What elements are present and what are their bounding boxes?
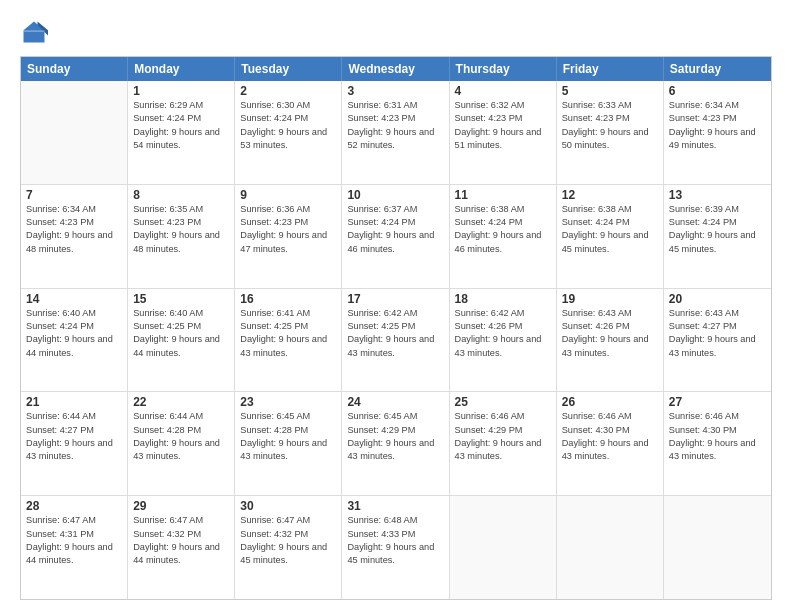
weekday-header: Sunday <box>21 57 128 81</box>
sun-info: Sunrise: 6:43 AMSunset: 4:27 PMDaylight:… <box>669 307 766 360</box>
day-number: 5 <box>562 84 658 98</box>
calendar-cell: 27Sunrise: 6:46 AMSunset: 4:30 PMDayligh… <box>664 392 771 495</box>
sun-info: Sunrise: 6:45 AMSunset: 4:29 PMDaylight:… <box>347 410 443 463</box>
page: SundayMondayTuesdayWednesdayThursdayFrid… <box>0 0 792 612</box>
sun-info: Sunrise: 6:34 AMSunset: 4:23 PMDaylight:… <box>669 99 766 152</box>
weekday-header: Wednesday <box>342 57 449 81</box>
calendar-cell: 24Sunrise: 6:45 AMSunset: 4:29 PMDayligh… <box>342 392 449 495</box>
sun-info: Sunrise: 6:47 AMSunset: 4:32 PMDaylight:… <box>133 514 229 567</box>
day-number: 16 <box>240 292 336 306</box>
logo <box>20 18 52 46</box>
sun-info: Sunrise: 6:43 AMSunset: 4:26 PMDaylight:… <box>562 307 658 360</box>
day-number: 2 <box>240 84 336 98</box>
weekday-header: Tuesday <box>235 57 342 81</box>
calendar-cell: 22Sunrise: 6:44 AMSunset: 4:28 PMDayligh… <box>128 392 235 495</box>
calendar-cell: 28Sunrise: 6:47 AMSunset: 4:31 PMDayligh… <box>21 496 128 599</box>
day-number: 26 <box>562 395 658 409</box>
sun-info: Sunrise: 6:40 AMSunset: 4:25 PMDaylight:… <box>133 307 229 360</box>
calendar-cell: 1Sunrise: 6:29 AMSunset: 4:24 PMDaylight… <box>128 81 235 184</box>
calendar-cell: 12Sunrise: 6:38 AMSunset: 4:24 PMDayligh… <box>557 185 664 288</box>
calendar-cell: 15Sunrise: 6:40 AMSunset: 4:25 PMDayligh… <box>128 289 235 392</box>
calendar-row: 21Sunrise: 6:44 AMSunset: 4:27 PMDayligh… <box>21 392 771 496</box>
sun-info: Sunrise: 6:44 AMSunset: 4:28 PMDaylight:… <box>133 410 229 463</box>
calendar-cell: 7Sunrise: 6:34 AMSunset: 4:23 PMDaylight… <box>21 185 128 288</box>
calendar-cell: 4Sunrise: 6:32 AMSunset: 4:23 PMDaylight… <box>450 81 557 184</box>
calendar-row: 1Sunrise: 6:29 AMSunset: 4:24 PMDaylight… <box>21 81 771 185</box>
calendar-cell: 13Sunrise: 6:39 AMSunset: 4:24 PMDayligh… <box>664 185 771 288</box>
day-number: 11 <box>455 188 551 202</box>
day-number: 19 <box>562 292 658 306</box>
sun-info: Sunrise: 6:47 AMSunset: 4:31 PMDaylight:… <box>26 514 122 567</box>
sun-info: Sunrise: 6:35 AMSunset: 4:23 PMDaylight:… <box>133 203 229 256</box>
calendar-cell: 14Sunrise: 6:40 AMSunset: 4:24 PMDayligh… <box>21 289 128 392</box>
calendar-cell: 16Sunrise: 6:41 AMSunset: 4:25 PMDayligh… <box>235 289 342 392</box>
sun-info: Sunrise: 6:38 AMSunset: 4:24 PMDaylight:… <box>562 203 658 256</box>
calendar: SundayMondayTuesdayWednesdayThursdayFrid… <box>20 56 772 600</box>
sun-info: Sunrise: 6:29 AMSunset: 4:24 PMDaylight:… <box>133 99 229 152</box>
day-number: 28 <box>26 499 122 513</box>
calendar-cell: 3Sunrise: 6:31 AMSunset: 4:23 PMDaylight… <box>342 81 449 184</box>
day-number: 31 <box>347 499 443 513</box>
svg-rect-2 <box>24 30 45 32</box>
sun-info: Sunrise: 6:38 AMSunset: 4:24 PMDaylight:… <box>455 203 551 256</box>
sun-info: Sunrise: 6:39 AMSunset: 4:24 PMDaylight:… <box>669 203 766 256</box>
sun-info: Sunrise: 6:44 AMSunset: 4:27 PMDaylight:… <box>26 410 122 463</box>
sun-info: Sunrise: 6:47 AMSunset: 4:32 PMDaylight:… <box>240 514 336 567</box>
day-number: 15 <box>133 292 229 306</box>
day-number: 3 <box>347 84 443 98</box>
day-number: 29 <box>133 499 229 513</box>
day-number: 23 <box>240 395 336 409</box>
day-number: 17 <box>347 292 443 306</box>
logo-icon <box>20 18 48 46</box>
calendar-cell <box>21 81 128 184</box>
day-number: 6 <box>669 84 766 98</box>
calendar-cell: 20Sunrise: 6:43 AMSunset: 4:27 PMDayligh… <box>664 289 771 392</box>
sun-info: Sunrise: 6:41 AMSunset: 4:25 PMDaylight:… <box>240 307 336 360</box>
calendar-cell: 2Sunrise: 6:30 AMSunset: 4:24 PMDaylight… <box>235 81 342 184</box>
day-number: 27 <box>669 395 766 409</box>
day-number: 7 <box>26 188 122 202</box>
day-number: 21 <box>26 395 122 409</box>
calendar-cell: 23Sunrise: 6:45 AMSunset: 4:28 PMDayligh… <box>235 392 342 495</box>
calendar-body: 1Sunrise: 6:29 AMSunset: 4:24 PMDaylight… <box>21 81 771 599</box>
sun-info: Sunrise: 6:32 AMSunset: 4:23 PMDaylight:… <box>455 99 551 152</box>
sun-info: Sunrise: 6:46 AMSunset: 4:29 PMDaylight:… <box>455 410 551 463</box>
calendar-cell: 17Sunrise: 6:42 AMSunset: 4:25 PMDayligh… <box>342 289 449 392</box>
day-number: 25 <box>455 395 551 409</box>
header <box>20 18 772 46</box>
sun-info: Sunrise: 6:45 AMSunset: 4:28 PMDaylight:… <box>240 410 336 463</box>
calendar-cell: 31Sunrise: 6:48 AMSunset: 4:33 PMDayligh… <box>342 496 449 599</box>
sun-info: Sunrise: 6:42 AMSunset: 4:26 PMDaylight:… <box>455 307 551 360</box>
day-number: 10 <box>347 188 443 202</box>
sun-info: Sunrise: 6:37 AMSunset: 4:24 PMDaylight:… <box>347 203 443 256</box>
calendar-cell: 19Sunrise: 6:43 AMSunset: 4:26 PMDayligh… <box>557 289 664 392</box>
calendar-cell: 10Sunrise: 6:37 AMSunset: 4:24 PMDayligh… <box>342 185 449 288</box>
calendar-row: 14Sunrise: 6:40 AMSunset: 4:24 PMDayligh… <box>21 289 771 393</box>
calendar-cell: 9Sunrise: 6:36 AMSunset: 4:23 PMDaylight… <box>235 185 342 288</box>
weekday-header: Friday <box>557 57 664 81</box>
sun-info: Sunrise: 6:40 AMSunset: 4:24 PMDaylight:… <box>26 307 122 360</box>
weekday-header: Monday <box>128 57 235 81</box>
sun-info: Sunrise: 6:36 AMSunset: 4:23 PMDaylight:… <box>240 203 336 256</box>
sun-info: Sunrise: 6:46 AMSunset: 4:30 PMDaylight:… <box>562 410 658 463</box>
calendar-cell: 25Sunrise: 6:46 AMSunset: 4:29 PMDayligh… <box>450 392 557 495</box>
calendar-cell: 30Sunrise: 6:47 AMSunset: 4:32 PMDayligh… <box>235 496 342 599</box>
sun-info: Sunrise: 6:48 AMSunset: 4:33 PMDaylight:… <box>347 514 443 567</box>
calendar-cell: 11Sunrise: 6:38 AMSunset: 4:24 PMDayligh… <box>450 185 557 288</box>
weekday-header: Thursday <box>450 57 557 81</box>
calendar-cell: 18Sunrise: 6:42 AMSunset: 4:26 PMDayligh… <box>450 289 557 392</box>
day-number: 18 <box>455 292 551 306</box>
day-number: 13 <box>669 188 766 202</box>
sun-info: Sunrise: 6:42 AMSunset: 4:25 PMDaylight:… <box>347 307 443 360</box>
calendar-cell: 6Sunrise: 6:34 AMSunset: 4:23 PMDaylight… <box>664 81 771 184</box>
calendar-cell: 29Sunrise: 6:47 AMSunset: 4:32 PMDayligh… <box>128 496 235 599</box>
calendar-row: 7Sunrise: 6:34 AMSunset: 4:23 PMDaylight… <box>21 185 771 289</box>
sun-info: Sunrise: 6:46 AMSunset: 4:30 PMDaylight:… <box>669 410 766 463</box>
day-number: 1 <box>133 84 229 98</box>
day-number: 12 <box>562 188 658 202</box>
calendar-cell <box>664 496 771 599</box>
calendar-cell: 26Sunrise: 6:46 AMSunset: 4:30 PMDayligh… <box>557 392 664 495</box>
calendar-cell: 21Sunrise: 6:44 AMSunset: 4:27 PMDayligh… <box>21 392 128 495</box>
sun-info: Sunrise: 6:31 AMSunset: 4:23 PMDaylight:… <box>347 99 443 152</box>
weekday-header: Saturday <box>664 57 771 81</box>
